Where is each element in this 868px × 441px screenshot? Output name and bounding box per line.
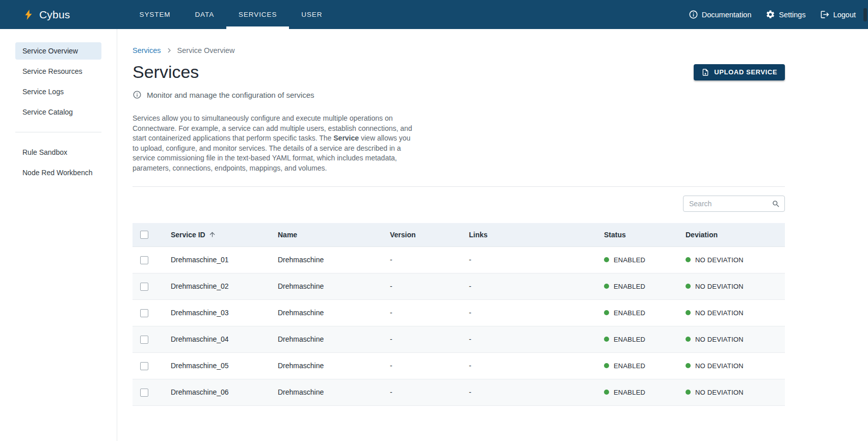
page-description: Services allow you to simultaneously con… [133,114,414,173]
column-header-status[interactable]: Status [604,223,686,246]
cell-deviation: NO DEVIATION [686,299,785,326]
cell-links: - [469,379,604,405]
sidebar-item-service-resources[interactable]: Service Resources [15,63,101,80]
gear-icon [766,10,775,19]
brand-name: Cybus [39,9,70,21]
cell-links: - [469,299,604,326]
table-header: Service ID Name Version Links Status Dev… [133,223,785,246]
column-header-name[interactable]: Name [278,223,390,246]
status-label: ENABLED [614,309,645,317]
deviation-label: NO DEVIATION [695,283,744,290]
cybus-logo-icon [22,9,35,21]
deviation-dot [686,310,691,315]
deviation-dot [686,284,691,289]
table-row[interactable]: Drehmaschine_02 Drehmaschine - - ENABLED… [133,273,785,299]
sidebar-item-service-logs[interactable]: Service Logs [15,83,101,100]
sort-ascending-icon[interactable] [208,231,216,238]
brand[interactable]: Cybus [22,0,70,29]
cell-service-id: Drehmaschine_06 [171,379,278,405]
table-row[interactable]: Drehmaschine_03 Drehmaschine - - ENABLED… [133,299,785,326]
services-table: Service ID Name Version Links Status Dev… [133,223,785,406]
status-label: ENABLED [614,256,645,264]
nav-tab-data[interactable]: DATA [182,0,226,29]
row-checkbox[interactable] [140,256,148,264]
nav-tab-services[interactable]: SERVICES [226,0,289,29]
sidebar: Service Overview Service Resources Servi… [0,29,117,441]
deviation-dot [686,390,691,395]
cell-links: - [469,246,604,273]
sidebar-item-node-red-workbench[interactable]: Node Red Workbench [15,164,101,181]
cell-deviation: NO DEVIATION [686,326,785,352]
cell-status: ENABLED [604,352,686,379]
status-label: ENABLED [614,283,645,290]
table-row[interactable]: Drehmaschine_04 Drehmaschine - - ENABLED… [133,326,785,352]
settings-link[interactable]: Settings [766,10,805,19]
row-checkbox[interactable] [140,362,148,370]
description-part-bold: Service [333,134,359,142]
cell-deviation: NO DEVIATION [686,352,785,379]
documentation-link[interactable]: Documentation [689,10,752,19]
cell-name: Drehmaschine [278,299,390,326]
row-checkbox[interactable] [140,309,148,317]
cell-status: ENABLED [604,379,686,405]
table-row[interactable]: Drehmaschine_06 Drehmaschine - - ENABLED… [133,379,785,405]
page-title: Services [133,62,199,82]
search-input[interactable] [683,200,798,208]
deviation-dot [686,363,691,368]
cell-version: - [390,273,469,299]
cell-service-id: Drehmaschine_03 [171,299,278,326]
cell-status: ENABLED [604,299,686,326]
column-header-version[interactable]: Version [390,223,469,246]
title-row: Services UPLOAD SERVICE [133,62,785,82]
cell-version: - [390,246,469,273]
upload-service-button[interactable]: UPLOAD SERVICE [694,64,785,80]
info-icon [133,90,142,99]
search-row [133,196,785,212]
table-row[interactable]: Drehmaschine_05 Drehmaschine - - ENABLED… [133,352,785,379]
column-header-deviation[interactable]: Deviation [686,223,785,246]
breadcrumb-current: Service Overview [177,46,235,54]
cell-name: Drehmaschine [278,379,390,405]
row-checkbox[interactable] [140,336,148,344]
nav-tab-system[interactable]: SYSTEM [127,0,183,29]
navbar: Cybus SYSTEM DATA SERVICES USER Document… [0,0,868,29]
status-label: ENABLED [614,362,645,370]
upload-service-label: UPLOAD SERVICE [714,68,777,76]
column-header-service-id[interactable]: Service ID [171,223,278,246]
breadcrumb: Services Service Overview [133,46,785,55]
status-dot [604,363,609,368]
sidebar-item-service-catalog[interactable]: Service Catalog [15,103,101,121]
cell-name: Drehmaschine [278,246,390,273]
status-dot [604,390,609,395]
upload-file-icon [701,68,709,76]
status-dot [604,337,609,342]
page-subtitle: Monitor and manage the configuration of … [147,91,314,99]
cell-deviation: NO DEVIATION [686,246,785,273]
scrollbar-thumb[interactable] [863,8,867,21]
column-label: Service ID [171,231,205,239]
deviation-label: NO DEVIATION [695,256,744,264]
nav-tab-user[interactable]: USER [289,0,334,29]
row-checkbox[interactable] [140,283,148,291]
cell-service-id: Drehmaschine_02 [171,273,278,299]
status-dot [604,310,609,315]
deviation-label: NO DEVIATION [695,336,744,343]
cell-name: Drehmaschine [278,352,390,379]
select-all-checkbox[interactable] [140,231,148,239]
search-icon [772,200,780,208]
sidebar-item-rule-sandbox[interactable]: Rule Sandbox [15,144,101,161]
breadcrumb-services-link[interactable]: Services [133,46,161,54]
main-content: Services Service Overview Services UPLOA… [117,29,868,441]
deviation-label: NO DEVIATION [695,389,744,396]
status-dot [604,284,609,289]
deviation-dot [686,337,691,342]
logout-link[interactable]: Logout [820,10,856,19]
chevron-right-icon [163,46,175,55]
column-header-links[interactable]: Links [469,223,604,246]
row-checkbox[interactable] [140,389,148,397]
cell-version: - [390,326,469,352]
cell-status: ENABLED [604,326,686,352]
sidebar-item-service-overview[interactable]: Service Overview [15,42,101,60]
cell-links: - [469,326,604,352]
table-row[interactable]: Drehmaschine_01 Drehmaschine - - ENABLED… [133,246,785,273]
